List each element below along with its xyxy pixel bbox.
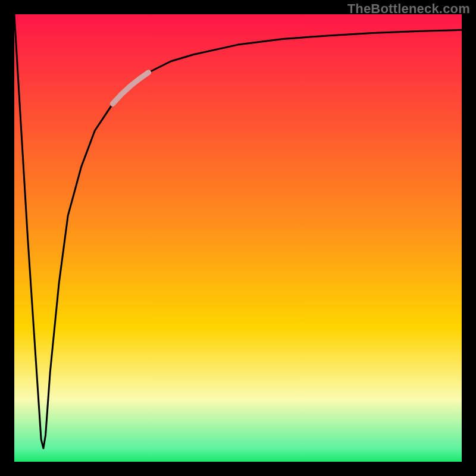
gradient-bg [14,14,462,462]
chart-frame: TheBottleneck.com [0,0,476,476]
plot-area [14,14,462,462]
watermark-text: TheBottleneck.com [347,1,470,17]
plot-svg [14,14,462,462]
